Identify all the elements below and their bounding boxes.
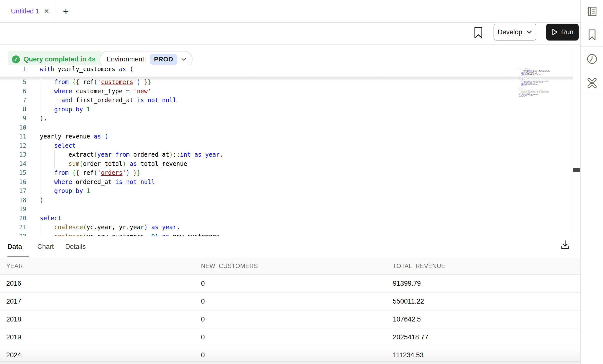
code-text: sum(order_total) as total_revenue bbox=[40, 159, 187, 169]
sticky-code-line-1[interactable]: 1with yearly_customers as ( bbox=[0, 65, 573, 74]
code-line-20[interactable]: 20select bbox=[0, 214, 573, 223]
column-header: NEW_CUSTOMERS bbox=[195, 263, 387, 270]
results-table-header: YEARNEW_CUSTOMERSTOTAL_REVENUE bbox=[0, 258, 580, 275]
line-number: 13 bbox=[0, 150, 26, 159]
query-status-text: Query completed in 4s bbox=[24, 55, 96, 63]
code-text: ), bbox=[40, 114, 47, 123]
line-number: 19 bbox=[0, 205, 26, 214]
code-text: with yearly_customers as ( bbox=[40, 65, 133, 74]
table-cell: 2017 bbox=[0, 298, 195, 305]
column-header: YEAR bbox=[0, 263, 195, 270]
toolbar bbox=[0, 23, 580, 45]
column-header: TOTAL_REVENUE bbox=[387, 263, 580, 270]
code-line-14[interactable]: 14 sum(order_total) as total_revenue bbox=[0, 159, 573, 169]
code-text: extract(year from ordered_at)::int as ye… bbox=[40, 150, 223, 159]
code-line-22[interactable]: 22 coalesce(yc.new_customers, 0) as new_… bbox=[0, 232, 573, 236]
bookmark-button[interactable] bbox=[473, 25, 484, 40]
results-table-body: 2016091399.7920170550011.2220180107642.5… bbox=[0, 275, 580, 364]
x-knot-logo-icon bbox=[586, 77, 598, 89]
code-text: where customer_type = 'new' bbox=[40, 87, 151, 96]
run-button[interactable]: Run bbox=[546, 24, 579, 41]
panel-resize-handle[interactable] bbox=[573, 168, 580, 172]
line-number: 9 bbox=[0, 114, 26, 123]
line-number: 12 bbox=[0, 141, 26, 150]
editor-tab-bar: Untitled 1 ✕ + bbox=[0, 0, 580, 23]
horizontal-scrollbar[interactable] bbox=[0, 361, 580, 364]
right-icon-rail bbox=[580, 0, 603, 364]
editor-divider bbox=[573, 44, 573, 236]
play-icon bbox=[552, 28, 558, 36]
code-text: and first_ordered_at is not null bbox=[40, 96, 176, 105]
code-line-12[interactable]: 12 select bbox=[0, 141, 573, 150]
table-row: 2016091399.79 bbox=[0, 275, 580, 293]
line-number: 18 bbox=[0, 196, 26, 205]
check-icon: ✓ bbox=[12, 55, 20, 63]
environment-label: Environment: bbox=[106, 55, 146, 63]
line-number: 22 bbox=[0, 232, 26, 236]
download-results-button[interactable] bbox=[558, 238, 572, 252]
tab-title: Untitled 1 bbox=[11, 7, 39, 15]
table-cell: 550011.22 bbox=[387, 298, 580, 305]
code-text: where ordered_at is not null bbox=[40, 178, 155, 187]
tab-untitled-1[interactable]: Untitled 1 ✕ bbox=[0, 0, 55, 22]
table-cell: 0 bbox=[195, 316, 387, 323]
code-text: ) bbox=[40, 196, 43, 205]
minimap-line: order by 1 bbox=[519, 96, 550, 97]
history-panel-button[interactable] bbox=[581, 47, 603, 71]
editor-minimap[interactable]: with yearly_customers as ( select extrac… bbox=[519, 68, 550, 98]
table-cell: 2018 bbox=[0, 316, 195, 323]
line-number: 6 bbox=[0, 87, 26, 96]
bookmarks-panel-button[interactable] bbox=[581, 23, 603, 47]
line-number: 20 bbox=[0, 214, 26, 223]
code-line-6[interactable]: 6 where customer_type = 'new' bbox=[0, 87, 573, 96]
code-line-7[interactable]: 7 and first_ordered_at is not null bbox=[0, 96, 573, 105]
develop-dropdown-button[interactable]: Develop bbox=[494, 24, 536, 41]
code-line-10[interactable]: 10 bbox=[0, 123, 573, 132]
tab-details[interactable]: Details bbox=[65, 236, 86, 257]
table-cell: 111234.53 bbox=[387, 351, 580, 359]
app-window: Untitled 1 ✕ + Develop Run ✓ Query compl… bbox=[0, 0, 603, 364]
results-tab-bar: DataChartDetails bbox=[0, 236, 580, 258]
line-number: 21 bbox=[0, 223, 26, 232]
table-cell: 2024 bbox=[0, 351, 195, 359]
code-line-17[interactable]: 17 group by 1 bbox=[0, 186, 573, 196]
table-cell: 2019 bbox=[0, 333, 195, 341]
lineage-panel-button[interactable] bbox=[581, 71, 603, 95]
table-cell: 0 bbox=[195, 333, 387, 341]
tab-data[interactable]: Data bbox=[7, 236, 22, 257]
notebook-panel-button[interactable] bbox=[581, 0, 603, 23]
code-line-13[interactable]: 13 extract(year from ordered_at)::int as… bbox=[0, 150, 573, 159]
code-text: coalesce(yc.year, yr.year) as year, bbox=[40, 223, 180, 232]
code-text: from {{ ref('orders') }} bbox=[40, 168, 141, 178]
code-line-16[interactable]: 16 where ordered_at is not null bbox=[0, 178, 573, 187]
line-number: 16 bbox=[0, 178, 26, 187]
plus-icon: + bbox=[63, 6, 69, 17]
code-line-9[interactable]: 9), bbox=[0, 114, 573, 123]
download-icon bbox=[560, 239, 570, 250]
line-number: 1 bbox=[0, 65, 26, 74]
close-icon[interactable]: ✕ bbox=[44, 8, 49, 14]
new-tab-button[interactable]: + bbox=[59, 4, 73, 18]
code-text: group by 1 bbox=[40, 105, 90, 114]
code-line-21[interactable]: 21 coalesce(yc.year, yr.year) as year, bbox=[0, 223, 573, 232]
tab-chart[interactable]: Chart bbox=[37, 236, 54, 257]
code-text: yearly_revenue as ( bbox=[40, 132, 108, 141]
line-number: 15 bbox=[0, 168, 26, 178]
code-text: coalesce(yc.new_customers, 0) as new_cus… bbox=[40, 232, 223, 236]
develop-label: Develop bbox=[498, 28, 522, 36]
sql-editor[interactable]: 5 from {{ ref('customers') }}6 where cus… bbox=[0, 65, 580, 236]
code-line-19[interactable]: 19 bbox=[0, 205, 573, 214]
code-line-8[interactable]: 8 group by 1 bbox=[0, 105, 573, 114]
line-number: 17 bbox=[0, 186, 26, 196]
run-label: Run bbox=[561, 28, 574, 36]
code-line-15[interactable]: 15 from {{ ref('orders') }} bbox=[0, 168, 573, 178]
table-cell: 0 bbox=[195, 351, 387, 359]
code-line-18[interactable]: 18) bbox=[0, 196, 573, 205]
sidebar-empty-area bbox=[581, 95, 603, 364]
sticky-scroll-shadow bbox=[0, 77, 573, 81]
notebook-icon bbox=[586, 6, 598, 17]
table-cell: 107642.5 bbox=[387, 316, 580, 323]
code-line-11[interactable]: 11yearly_revenue as ( bbox=[0, 132, 573, 141]
table-cell: 91399.79 bbox=[387, 280, 580, 287]
table-cell: 2016 bbox=[0, 280, 195, 287]
